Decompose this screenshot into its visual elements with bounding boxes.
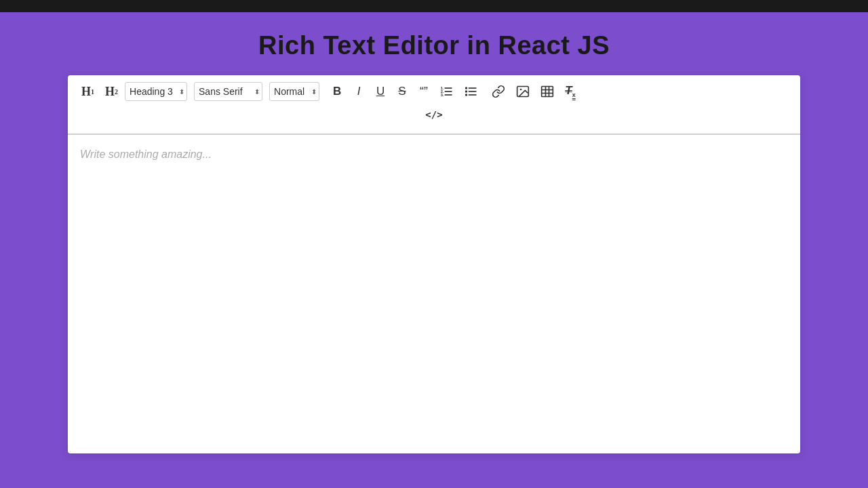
toolbar: H1 H2 Heading 3 Heading 1 Heading 2 Head… — [68, 75, 800, 134]
svg-rect-9 — [469, 91, 477, 92]
unordered-list-button[interactable] — [460, 82, 482, 101]
svg-point-8 — [465, 90, 467, 92]
svg-point-13 — [520, 89, 522, 91]
ordered-list-icon: 1. 2. 3. — [440, 85, 454, 98]
bold-button[interactable]: B — [328, 82, 347, 101]
image-icon — [516, 85, 530, 98]
svg-rect-7 — [469, 87, 477, 89]
link-button[interactable] — [488, 82, 509, 101]
h1-button[interactable]: H1 — [77, 82, 98, 101]
link-icon — [492, 85, 505, 98]
table-icon — [540, 85, 554, 98]
heading-select[interactable]: Heading 3 Heading 1 Heading 2 Heading 4 … — [125, 82, 187, 101]
heading-select-wrapper: Heading 3 Heading 1 Heading 2 Heading 4 … — [125, 82, 187, 101]
editor-container: H1 H2 Heading 3 Heading 1 Heading 2 Head… — [68, 75, 800, 453]
table-button[interactable] — [536, 82, 558, 101]
image-button[interactable] — [512, 82, 534, 101]
italic-button[interactable]: I — [349, 82, 368, 101]
font-select-wrapper: Sans Serif Serif Monospace Cursive — [194, 82, 262, 101]
svg-point-6 — [465, 87, 467, 89]
clear-format-button[interactable]: Tx — [561, 82, 580, 101]
svg-point-10 — [465, 94, 467, 96]
top-bar — [0, 0, 868, 12]
underline-button[interactable]: U — [371, 82, 390, 101]
page-title: Rich Text Editor in React JS — [258, 31, 610, 60]
editor-content[interactable]: Write something amazing... — [80, 148, 788, 440]
svg-rect-11 — [469, 94, 477, 96]
size-select[interactable]: Normal Small Large Huge — [269, 82, 319, 101]
font-select[interactable]: Sans Serif Serif Monospace Cursive — [194, 82, 262, 101]
toolbar-row2: </> — [77, 104, 791, 127]
svg-rect-14 — [542, 87, 553, 97]
svg-rect-1 — [445, 87, 452, 89]
svg-rect-3 — [445, 91, 452, 92]
code-button[interactable]: </> — [421, 105, 446, 124]
h2-button[interactable]: H2 — [101, 82, 122, 101]
strikethrough-button[interactable]: S — [393, 82, 412, 101]
unordered-list-icon — [465, 85, 478, 98]
svg-text:3.: 3. — [441, 93, 444, 97]
size-select-wrapper: Normal Small Large Huge — [269, 82, 319, 101]
editor-placeholder: Write something amazing... — [80, 148, 212, 160]
blockquote-button[interactable]: “” — [414, 82, 433, 101]
editor-body[interactable]: Write something amazing... — [68, 135, 800, 453]
svg-rect-5 — [445, 94, 452, 96]
ordered-list-button[interactable]: 1. 2. 3. — [436, 82, 458, 101]
